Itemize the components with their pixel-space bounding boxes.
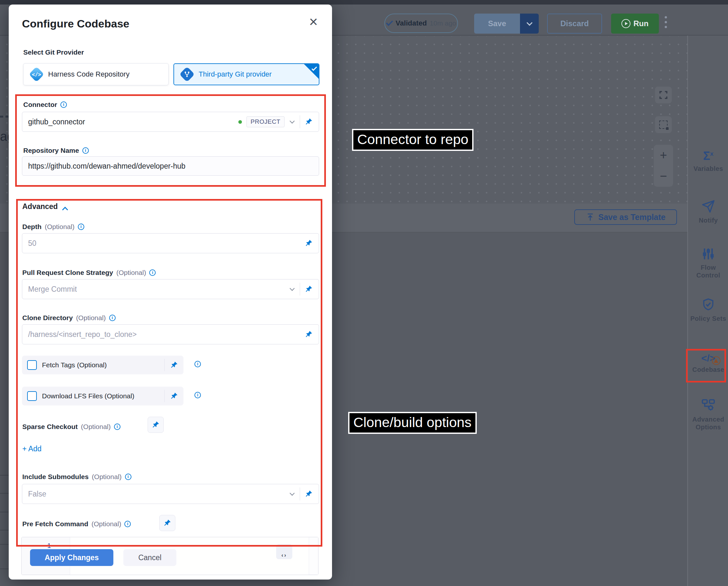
git-provider-icon [180, 67, 194, 81]
sidebar-item-policy-sets[interactable]: Policy Sets [688, 298, 728, 323]
pin-icon[interactable] [305, 330, 313, 338]
connector-input[interactable]: github_connector PROJECT [22, 112, 319, 132]
pre-fetch-command-label-row: Pre Fetch Command (Optional) [22, 520, 131, 528]
save-button[interactable]: Save [474, 14, 520, 33]
pin-icon[interactable] [305, 490, 313, 498]
pr-clone-strategy-label-row: Pull Request Clone Strategy (Optional) [22, 269, 156, 277]
divider [300, 283, 300, 296]
marquee-icon [659, 121, 668, 129]
save-as-template-button[interactable]: Save as Template [574, 209, 677, 225]
sidebar-item-advanced-options[interactable]: Advanced Options [688, 398, 728, 431]
clone-directory-label-row: Clone Directory (Optional) [22, 314, 115, 322]
include-submodules-select[interactable]: False [22, 484, 319, 504]
chevron-down-icon [290, 490, 295, 495]
run-button[interactable]: Run [611, 14, 659, 33]
zoom-out-button[interactable]: − [654, 166, 673, 187]
include-submodules-label-row: Include Submodules (Optional) [22, 473, 131, 481]
sidebar-item-notify[interactable]: Notify [688, 200, 728, 224]
divider [164, 390, 165, 402]
editor-scrollbar[interactable] [309, 537, 318, 575]
modal-title: Configure Codebase [22, 18, 129, 30]
pin-icon[interactable] [170, 361, 178, 369]
pin-icon[interactable] [305, 239, 313, 248]
annotation-connector-to-repo: Connector to repo [352, 129, 473, 151]
git-provider-options: </> Harness Code Repository Third-party … [23, 63, 319, 85]
repository-name-label: Repository Name [23, 147, 79, 154]
annotation-clone-build-options: Clone/build options [348, 412, 477, 434]
selected-corner [304, 64, 319, 79]
depth-input[interactable]: 50 [22, 233, 319, 253]
row-divider [0, 512, 9, 512]
more-options-kebab-icon[interactable] [665, 16, 667, 19]
canvas-edge-dashes [0, 116, 8, 118]
save-dropdown-button[interactable] [520, 14, 539, 33]
validated-label: Validated [396, 19, 427, 27]
connector-label-row: Connector [23, 101, 67, 108]
check-icon [386, 19, 393, 26]
sliders-icon [702, 248, 715, 260]
validated-time: 10m ago [430, 19, 456, 27]
divider [164, 359, 165, 371]
git-provider-label: Select Git Provider [23, 48, 84, 56]
discard-button[interactable]: Discard [547, 14, 602, 33]
paper-plane-icon [702, 200, 715, 213]
run-label: Run [633, 19, 649, 28]
chevron-up-icon [62, 207, 68, 212]
sidebar-item-variables[interactable]: Σx Variables [688, 149, 728, 173]
advanced-header[interactable]: Advanced [22, 202, 67, 211]
divider [300, 115, 300, 128]
sidebar-item-flow-control[interactable]: Flow Control [688, 248, 728, 279]
info-icon[interactable] [60, 101, 67, 108]
info-icon[interactable] [78, 224, 84, 230]
pipeline-right-sidebar: Σx Variables Notify Flow Control Policy … [687, 35, 728, 586]
provider-option-thirdparty[interactable]: Third-party Git provider [174, 63, 319, 85]
validated-status-pill[interactable]: Validated 10m ago [384, 14, 458, 33]
sparse-checkout-pin-button[interactable] [148, 417, 164, 433]
row-divider [0, 544, 9, 545]
info-icon[interactable] [82, 147, 89, 154]
info-icon[interactable] [149, 270, 156, 276]
row-divider [0, 568, 9, 569]
info-icon[interactable] [109, 315, 115, 321]
cancel-button[interactable]: Cancel [123, 549, 176, 566]
repository-name-input[interactable]: https://github.com/dewan-ahmed/developer… [22, 156, 319, 176]
download-lfs-row: Download LFS Files (Optional) [22, 387, 183, 405]
pin-icon [163, 519, 172, 527]
fullscreen-button[interactable] [655, 86, 672, 103]
add-link[interactable]: + Add [22, 444, 41, 453]
clone-directory-input[interactable]: /harness/<insert_repo_to_clone> [22, 324, 319, 345]
info-icon[interactable] [194, 392, 201, 398]
info-icon[interactable] [124, 521, 131, 527]
harness-code-icon: </> [29, 67, 44, 81]
info-icon[interactable] [125, 474, 131, 480]
pr-clone-strategy-select[interactable]: Merge Commit [22, 279, 319, 299]
row-divider [0, 493, 9, 493]
chevron-down-icon [290, 286, 295, 291]
marquee-select-button[interactable] [655, 116, 672, 133]
fetch-tags-checkbox[interactable] [27, 360, 37, 370]
pin-icon[interactable] [305, 118, 313, 126]
repository-label-row: Repository Name [23, 147, 89, 154]
divider [300, 487, 300, 501]
info-icon[interactable] [114, 424, 121, 430]
download-lfs-checkbox[interactable] [27, 391, 37, 401]
zoom-in-button[interactable]: + [654, 145, 673, 166]
close-icon[interactable]: × [309, 14, 318, 29]
fullscreen-icon [659, 91, 668, 100]
pre-fetch-pin-button[interactable] [159, 515, 175, 531]
editor-expand-button[interactable] [276, 544, 292, 559]
info-icon[interactable] [194, 361, 201, 367]
apply-changes-button[interactable]: Apply Changes [30, 549, 113, 566]
connector-label: Connector [23, 101, 57, 108]
sparse-checkout-label-row: Sparse Checkout (Optional) [22, 423, 121, 431]
pin-icon[interactable] [305, 285, 313, 293]
shield-check-icon [702, 298, 715, 311]
provider-option-harness[interactable]: </> Harness Code Repository [23, 63, 168, 85]
zoom-control[interactable]: + − [654, 145, 673, 187]
row-divider [0, 475, 9, 476]
chevron-down-icon [526, 20, 532, 26]
play-icon [621, 19, 630, 28]
chevron-down-icon[interactable] [290, 118, 295, 123]
pin-icon[interactable] [170, 392, 178, 400]
scope-badge: PROJECT [246, 116, 285, 127]
